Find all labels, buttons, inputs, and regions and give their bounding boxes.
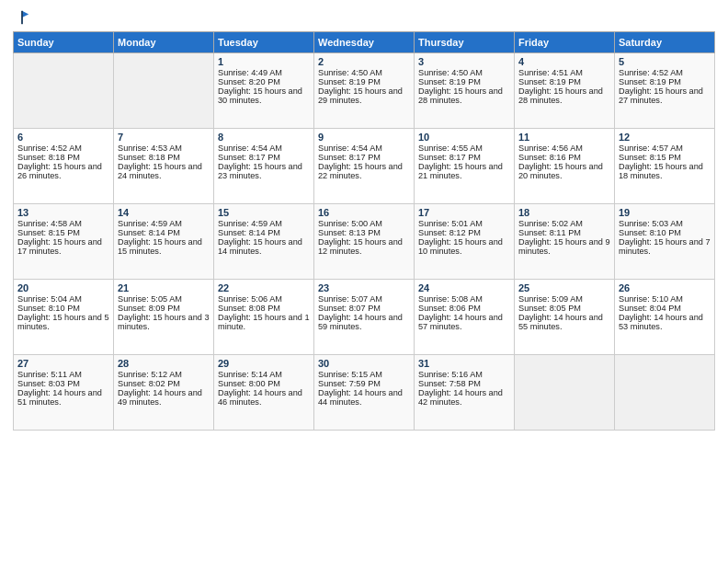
daylight-text: Daylight: 14 hours and 44 minutes. (318, 388, 403, 407)
sunset-text: Sunset: 8:05 PM (518, 304, 581, 313)
calendar-cell: 18Sunrise: 5:02 AMSunset: 8:11 PMDayligh… (515, 204, 615, 280)
page-container: SundayMondayTuesdayWednesdayThursdayFrid… (0, 0, 728, 563)
calendar-cell: 10Sunrise: 4:55 AMSunset: 8:17 PMDayligh… (415, 129, 515, 204)
daylight-text: Daylight: 15 hours and 22 minutes. (318, 162, 403, 180)
sunrise-text: Sunrise: 5:02 AM (518, 219, 583, 228)
sunset-text: Sunset: 8:20 PM (218, 77, 280, 86)
sunset-text: Sunset: 8:19 PM (619, 77, 681, 86)
sunset-text: Sunset: 8:08 PM (218, 304, 280, 313)
daylight-text: Daylight: 15 hours and 14 minutes. (218, 237, 302, 256)
sunset-text: Sunset: 8:12 PM (418, 228, 481, 237)
sunset-text: Sunset: 7:59 PM (318, 379, 381, 388)
sunrise-text: Sunrise: 4:49 AM (218, 68, 282, 77)
calendar-cell: 31Sunrise: 5:16 AMSunset: 7:58 PMDayligh… (415, 355, 515, 431)
sunset-text: Sunset: 8:02 PM (118, 379, 180, 388)
day-number: 15 (218, 207, 310, 218)
weekday-header: Monday (114, 32, 214, 53)
calendar-cell: 30Sunrise: 5:15 AMSunset: 7:59 PMDayligh… (314, 355, 415, 431)
sunset-text: Sunset: 8:15 PM (619, 153, 681, 162)
calendar-cell: 27Sunrise: 5:11 AMSunset: 8:03 PMDayligh… (14, 355, 114, 431)
day-number: 17 (418, 207, 510, 218)
sunrise-text: Sunrise: 4:50 AM (418, 68, 483, 77)
day-number: 3 (418, 56, 510, 67)
daylight-text: Daylight: 14 hours and 55 minutes. (518, 313, 603, 331)
day-number: 1 (218, 56, 310, 67)
sunset-text: Sunset: 8:18 PM (118, 153, 180, 162)
sunrise-text: Sunrise: 5:14 AM (218, 370, 282, 379)
sunrise-text: Sunrise: 4:57 AM (619, 144, 683, 153)
day-number: 21 (118, 282, 210, 293)
sunset-text: Sunset: 8:17 PM (218, 153, 280, 162)
sunrise-text: Sunrise: 4:52 AM (619, 68, 683, 77)
calendar-cell: 6Sunrise: 4:52 AMSunset: 8:18 PMDaylight… (14, 129, 114, 204)
sunset-text: Sunset: 8:10 PM (619, 228, 681, 237)
day-number: 19 (619, 207, 711, 218)
daylight-text: Daylight: 14 hours and 57 minutes. (418, 313, 503, 331)
calendar-cell: 23Sunrise: 5:07 AMSunset: 8:07 PMDayligh… (314, 280, 415, 355)
day-number: 4 (518, 56, 610, 67)
header (13, 9, 715, 26)
daylight-text: Daylight: 15 hours and 26 minutes. (17, 162, 102, 180)
weekday-header: Wednesday (314, 32, 415, 53)
sunset-text: Sunset: 8:16 PM (518, 153, 581, 162)
calendar-cell: 3Sunrise: 4:50 AMSunset: 8:19 PMDaylight… (415, 53, 515, 129)
sunset-text: Sunset: 7:58 PM (418, 379, 481, 388)
sunrise-text: Sunrise: 5:04 AM (17, 294, 82, 304)
daylight-text: Daylight: 15 hours and 7 minutes. (619, 237, 711, 256)
calendar-cell: 1Sunrise: 4:49 AMSunset: 8:20 PMDaylight… (214, 53, 314, 129)
daylight-text: Daylight: 15 hours and 28 minutes. (418, 86, 503, 105)
weekday-header: Friday (515, 32, 615, 53)
daylight-text: Daylight: 15 hours and 1 minute. (218, 313, 310, 331)
daylight-text: Daylight: 14 hours and 53 minutes. (619, 313, 703, 331)
sunrise-text: Sunrise: 5:11 AM (17, 370, 82, 379)
day-number: 7 (118, 132, 210, 143)
daylight-text: Daylight: 15 hours and 27 minutes. (619, 86, 703, 105)
day-number: 11 (518, 132, 610, 143)
sunset-text: Sunset: 8:19 PM (418, 77, 481, 86)
sunset-text: Sunset: 8:00 PM (218, 379, 280, 388)
day-number: 6 (17, 132, 109, 143)
calendar-cell: 7Sunrise: 4:53 AMSunset: 8:18 PMDaylight… (114, 129, 214, 204)
sunrise-text: Sunrise: 4:51 AM (518, 68, 583, 77)
day-number: 31 (418, 358, 510, 369)
calendar-cell (114, 53, 214, 129)
sunrise-text: Sunrise: 5:01 AM (418, 219, 483, 228)
sunset-text: Sunset: 8:15 PM (17, 228, 80, 237)
day-number: 25 (518, 282, 610, 293)
calendar-cell: 22Sunrise: 5:06 AMSunset: 8:08 PMDayligh… (214, 280, 314, 355)
sunset-text: Sunset: 8:09 PM (118, 304, 180, 313)
daylight-text: Daylight: 15 hours and 28 minutes. (518, 86, 603, 105)
sunrise-text: Sunrise: 4:54 AM (218, 144, 282, 153)
sunrise-text: Sunrise: 5:10 AM (619, 294, 683, 304)
sunset-text: Sunset: 8:06 PM (418, 304, 481, 313)
calendar-cell (615, 355, 715, 431)
sunrise-text: Sunrise: 5:03 AM (619, 219, 683, 228)
sunset-text: Sunset: 8:13 PM (318, 228, 381, 237)
calendar-cell: 26Sunrise: 5:10 AMSunset: 8:04 PMDayligh… (615, 280, 715, 355)
calendar-cell (515, 355, 615, 431)
day-number: 12 (619, 132, 711, 143)
sunrise-text: Sunrise: 5:16 AM (418, 370, 483, 379)
sunrise-text: Sunrise: 4:56 AM (518, 144, 583, 153)
day-number: 27 (17, 358, 109, 369)
calendar-cell: 21Sunrise: 5:05 AMSunset: 8:09 PMDayligh… (114, 280, 214, 355)
calendar-cell: 17Sunrise: 5:01 AMSunset: 8:12 PMDayligh… (415, 204, 515, 280)
daylight-text: Daylight: 15 hours and 21 minutes. (418, 162, 503, 180)
calendar-cell: 11Sunrise: 4:56 AMSunset: 8:16 PMDayligh… (515, 129, 615, 204)
calendar-week-row: 27Sunrise: 5:11 AMSunset: 8:03 PMDayligh… (14, 355, 715, 431)
calendar-table: SundayMondayTuesdayWednesdayThursdayFrid… (13, 31, 715, 431)
calendar-cell: 13Sunrise: 4:58 AMSunset: 8:15 PMDayligh… (14, 204, 114, 280)
calendar-cell: 8Sunrise: 4:54 AMSunset: 8:17 PMDaylight… (214, 129, 314, 204)
sunrise-text: Sunrise: 5:12 AM (118, 370, 182, 379)
sunset-text: Sunset: 8:03 PM (17, 379, 80, 388)
sunrise-text: Sunrise: 4:52 AM (17, 144, 82, 153)
weekday-header: Saturday (615, 32, 715, 53)
weekday-header: Sunday (14, 32, 114, 53)
calendar-week-row: 6Sunrise: 4:52 AMSunset: 8:18 PMDaylight… (14, 129, 715, 204)
daylight-text: Daylight: 14 hours and 46 minutes. (218, 388, 302, 407)
calendar-cell: 24Sunrise: 5:08 AMSunset: 8:06 PMDayligh… (415, 280, 515, 355)
svg-marker-0 (22, 11, 28, 17)
sunrise-text: Sunrise: 5:08 AM (418, 294, 483, 304)
sunset-text: Sunset: 8:17 PM (418, 153, 481, 162)
sunrise-text: Sunrise: 5:06 AM (218, 294, 282, 304)
